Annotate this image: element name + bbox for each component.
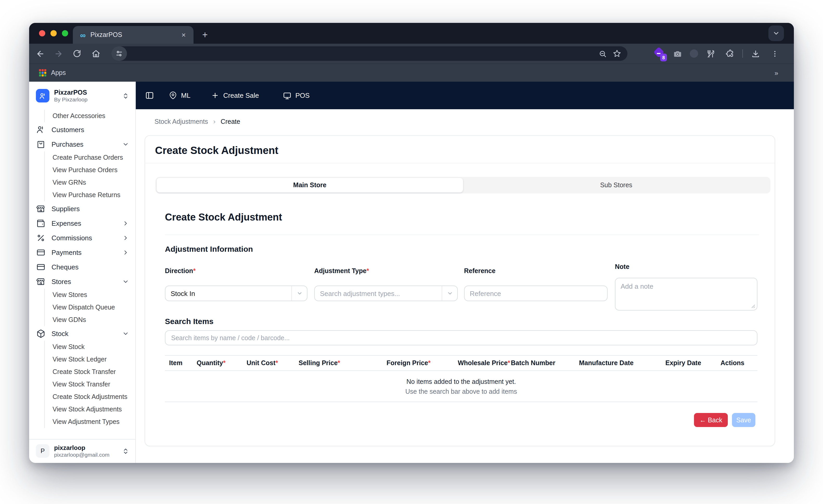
star-icon[interactable] — [612, 48, 622, 59]
bookmarks-overflow-icon[interactable]: » — [775, 69, 778, 77]
user-menu[interactable]: P pixzarloop pixzarloop@gmail.com — [29, 439, 135, 463]
sidebar-item-create-purchase-orders[interactable]: Create Purchase Orders — [45, 151, 135, 164]
app-switcher[interactable]: PixzarPOS By Pixzarloop — [29, 81, 135, 109]
restaurant-pin-icon[interactable] — [704, 47, 717, 60]
save-button[interactable]: Save — [732, 413, 756, 427]
sidebar-item-payments[interactable]: Payments — [29, 245, 135, 260]
home-icon[interactable] — [89, 47, 103, 60]
camera-icon[interactable] — [671, 47, 684, 60]
extension-dim-icon[interactable] — [690, 49, 698, 58]
sidebar-item-create-stock-adjustments[interactable]: Create Stock Adjustments — [45, 391, 135, 403]
tab-main-store[interactable]: Main Store — [157, 178, 463, 192]
sidebar-item-stock[interactable]: Stock — [29, 326, 135, 341]
sidebar-toggle-icon[interactable] — [145, 91, 154, 100]
resize-handle-icon[interactable] — [751, 304, 756, 308]
adjustment-type-input[interactable] — [315, 286, 442, 301]
sidebar: PixzarPOS By Pixzarloop Other Accessorie… — [29, 81, 136, 463]
chevron-down-icon — [442, 286, 457, 301]
app-logo-icon — [36, 89, 49, 103]
location-selector[interactable]: ML — [169, 92, 190, 99]
sidebar-item-view-stock-adjustments[interactable]: View Stock Adjustments — [45, 403, 135, 415]
tab-favicon-icon: ∞ — [80, 31, 86, 39]
empty-title: No items added to the adjustment yet. — [406, 378, 516, 385]
users-icon — [36, 125, 45, 134]
reference-input[interactable] — [465, 286, 607, 301]
create-adjustment-card: Create Stock Adjustment Main Store Sub S… — [145, 135, 775, 446]
note-input[interactable] — [616, 278, 757, 310]
search-items-heading: Search Items — [165, 317, 213, 326]
browser-toolbar: 8 — [29, 44, 794, 63]
sidebar-item-view-stock-transfer[interactable]: View Stock Transfer — [45, 378, 135, 391]
sidebar-item-view-gdns[interactable]: View GDNs — [45, 314, 135, 326]
sidebar-item-commissions[interactable]: Commissions — [29, 230, 135, 245]
back-icon[interactable] — [33, 47, 47, 60]
col-unit-cost: Unit Cost* — [246, 359, 278, 367]
required-star: * — [193, 267, 196, 275]
monitor-icon — [283, 91, 291, 100]
sidebar-item-create-stock-transfer[interactable]: Create Stock Transfer — [45, 366, 135, 378]
chevron-down-icon — [122, 141, 129, 147]
sidebar-item-view-stock[interactable]: View Stock — [45, 341, 135, 353]
sidebar-item-view-adjustment-types[interactable]: View Adjustment Types — [45, 415, 135, 428]
sidebar-item-customers[interactable]: Customers — [29, 122, 135, 137]
chevron-down-icon — [291, 286, 307, 301]
sidebar-item-view-purchase-orders[interactable]: View Purchase Orders — [45, 164, 135, 176]
col-item: Item — [169, 359, 182, 367]
divider — [165, 234, 759, 235]
apps-grid-icon[interactable] — [39, 69, 46, 76]
reload-icon[interactable] — [70, 47, 84, 60]
bookmarks-bar: Apps » — [29, 63, 794, 81]
app-navbar: ML Create Sale POS — [136, 81, 794, 109]
download-icon[interactable] — [749, 47, 762, 60]
direction-label: Direction* — [165, 267, 196, 275]
sidebar-item-purchases[interactable]: Purchases — [29, 137, 135, 151]
forward-icon[interactable] — [51, 47, 65, 60]
credit-card-icon — [36, 248, 45, 257]
col-manufacture-date: Manufacture Date — [579, 359, 634, 367]
sidebar-item-view-grns[interactable]: View GRNs — [45, 176, 135, 189]
tab-sub-stores[interactable]: Sub Stores — [463, 178, 770, 192]
col-wholesale-price: Wholesale Price* — [458, 359, 510, 367]
extension-icon[interactable]: 8 — [654, 48, 665, 59]
bookmark-apps[interactable]: Apps — [51, 69, 66, 76]
maximize-window-button[interactable] — [62, 30, 68, 36]
sidebar-item-view-purchase-returns[interactable]: View Purchase Returns — [45, 189, 135, 201]
address-bar[interactable] — [111, 46, 627, 61]
sidebar-item-stores[interactable]: Stores — [29, 274, 135, 289]
close-window-button[interactable] — [39, 30, 45, 36]
sidebar-item-view-stores[interactable]: View Stores — [45, 289, 135, 301]
browser-tab[interactable]: ∞ PixzarPOS × — [73, 26, 193, 44]
tune-icon[interactable] — [111, 46, 127, 61]
col-expiry-date: Expiry Date — [665, 359, 701, 367]
breadcrumb-separator-icon: › — [213, 118, 216, 125]
pos-button[interactable]: POS — [283, 91, 310, 100]
zoom-icon[interactable] — [597, 48, 608, 59]
puzzle-icon[interactable] — [723, 47, 736, 60]
kebab-menu-icon[interactable] — [768, 47, 781, 60]
tab-search-button[interactable] — [768, 25, 784, 41]
sidebar-item-other-accessories[interactable]: Other Accessories — [45, 110, 135, 122]
page-content: Stock Adjustments › Create Create Stock … — [136, 109, 794, 463]
breadcrumb-parent[interactable]: Stock Adjustments — [155, 118, 208, 125]
sidebar-item-suppliers[interactable]: Suppliers — [29, 201, 135, 216]
create-sale-label: Create Sale — [223, 92, 259, 99]
sidebar-item-cheques[interactable]: Cheques — [29, 260, 135, 274]
section-title: Create Stock Adjustment — [165, 212, 282, 223]
map-pin-icon — [169, 92, 177, 99]
chevron-down-icon — [773, 30, 780, 37]
toolbar-separator — [743, 49, 743, 58]
sidebar-item-view-stock-ledger[interactable]: View Stock Ledger — [45, 353, 135, 366]
create-sale-button[interactable]: Create Sale — [211, 92, 259, 99]
adjustment-type-field — [314, 286, 458, 301]
empty-subtitle: Use the search bar above to add items — [405, 388, 517, 395]
col-foreign-price: Foreign Price* — [386, 359, 431, 367]
minimize-window-button[interactable] — [50, 30, 57, 36]
direction-select[interactable]: Stock In — [165, 286, 307, 301]
tab-close-icon[interactable]: × — [179, 30, 188, 39]
item-search-input[interactable] — [165, 331, 757, 345]
sidebar-item-expenses[interactable]: Expenses — [29, 216, 135, 230]
main-area: ML Create Sale POS Stock Adjustments › C… — [136, 81, 794, 463]
sidebar-item-view-dispatch-queue[interactable]: View Dispatch Queue — [45, 301, 135, 314]
new-tab-button[interactable]: + — [199, 29, 211, 41]
back-button[interactable]: ← Back — [694, 413, 728, 427]
